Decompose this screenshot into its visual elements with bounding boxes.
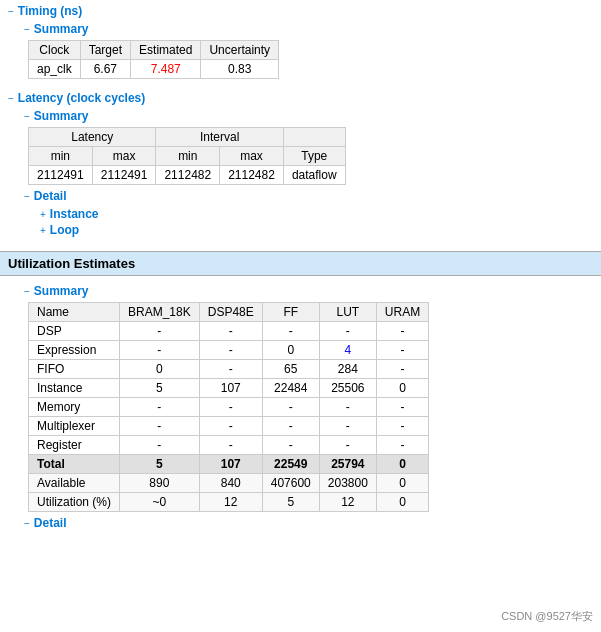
row-ff-pct: 5 xyxy=(262,493,319,512)
row-bram-total: 5 xyxy=(120,455,200,474)
row-dsp-mux: - xyxy=(199,417,262,436)
utilization-table: Name BRAM_18K DSP48E FF LUT URAM DSP - -… xyxy=(28,302,429,512)
row-dsp-reg: - xyxy=(199,436,262,455)
row-ff-expr: 0 xyxy=(262,341,319,360)
util-row-mux: Multiplexer - - - - - xyxy=(29,417,429,436)
latency-summary-subsection: − Summary Latency Interval min max min m… xyxy=(24,109,593,185)
latency-section: − Latency (clock cycles) − Summary Laten… xyxy=(0,87,601,245)
row-name-total: Total xyxy=(29,455,120,474)
row-name-pct: Utilization (%) xyxy=(29,493,120,512)
timing-col-estimated: Estimated xyxy=(131,41,201,60)
latency-detail-header: − Detail xyxy=(24,189,593,203)
latency-col-int-min: min xyxy=(156,147,220,166)
row-lut-mux: - xyxy=(319,417,376,436)
latency-summary-table: Latency Interval min max min max Type 21… xyxy=(28,127,346,185)
util-summary-collapse-icon[interactable]: − xyxy=(24,286,30,297)
row-lut-expr: 4 xyxy=(319,341,376,360)
latency-col-latency: Latency xyxy=(29,128,156,147)
row-bram-mux: - xyxy=(120,417,200,436)
util-row-memory: Memory - - - - - xyxy=(29,398,429,417)
util-row-register: Register - - - - - xyxy=(29,436,429,455)
util-detail-collapse-icon[interactable]: − xyxy=(24,518,30,529)
latency-instance-item: + Instance xyxy=(40,207,593,221)
row-ff-total: 22549 xyxy=(262,455,319,474)
latency-summary-title: Summary xyxy=(34,109,89,123)
row-uram-reg: - xyxy=(376,436,428,455)
row-dsp-inst: 107 xyxy=(199,379,262,398)
instance-expand-icon[interactable]: + xyxy=(40,209,46,220)
row-dsp-pct: 12 xyxy=(199,493,262,512)
utilization-section-header: Utilization Estimates xyxy=(0,251,601,276)
timing-summary-table: Clock Target Estimated Uncertainty ap_cl… xyxy=(28,40,279,79)
row-uram-avail: 0 xyxy=(376,474,428,493)
timing-row: ap_clk 6.67 7.487 0.83 xyxy=(29,60,279,79)
latency-detail-title: Detail xyxy=(34,189,67,203)
timing-summary-collapse-icon[interactable]: − xyxy=(24,24,30,35)
row-uram-expr: - xyxy=(376,341,428,360)
row-lut-avail: 203800 xyxy=(319,474,376,493)
util-col-bram: BRAM_18K xyxy=(120,303,200,322)
timing-target-val: 6.67 xyxy=(80,60,130,79)
row-uram-dsp: - xyxy=(376,322,428,341)
row-ff-dsp: - xyxy=(262,322,319,341)
timing-clock-val: ap_clk xyxy=(29,60,81,79)
row-bram-reg: - xyxy=(120,436,200,455)
row-dsp-avail: 840 xyxy=(199,474,262,493)
timing-summary-header: − Summary xyxy=(24,22,593,36)
util-summary-subsection: − Summary Name BRAM_18K DSP48E FF LUT UR… xyxy=(24,284,593,512)
timing-collapse-icon[interactable]: − xyxy=(8,6,14,17)
timing-summary-subsection: − Summary Clock Target Estimated Uncerta… xyxy=(24,22,593,79)
latency-summary-collapse-icon[interactable]: − xyxy=(24,111,30,122)
util-detail-header: − Detail xyxy=(24,516,593,530)
latency-data-row: 2112491 2112491 2112482 2112482 dataflow xyxy=(29,166,346,185)
latency-detail-collapse-icon[interactable]: − xyxy=(24,191,30,202)
row-ff-mux: - xyxy=(262,417,319,436)
latency-col-interval: Interval xyxy=(156,128,283,147)
timing-header: − Timing (ns) xyxy=(8,4,593,18)
row-name-mem: Memory xyxy=(29,398,120,417)
util-col-name: Name xyxy=(29,303,120,322)
lat-min-val: 2112491 xyxy=(29,166,93,185)
row-bram-mem: - xyxy=(120,398,200,417)
latency-summary-header: − Summary xyxy=(24,109,593,123)
lat-max-val: 2112491 xyxy=(92,166,156,185)
timing-col-target: Target xyxy=(80,41,130,60)
row-lut-mem: - xyxy=(319,398,376,417)
util-row-available: Available 890 840 407600 203800 0 xyxy=(29,474,429,493)
latency-col-type-header xyxy=(283,128,345,147)
util-col-dsp: DSP48E xyxy=(199,303,262,322)
latency-collapse-icon[interactable]: − xyxy=(8,93,14,104)
row-name-fifo: FIFO xyxy=(29,360,120,379)
util-row-instance: Instance 5 107 22484 25506 0 xyxy=(29,379,429,398)
row-ff-inst: 22484 xyxy=(262,379,319,398)
loop-label[interactable]: Loop xyxy=(50,223,79,237)
row-bram-dsp: - xyxy=(120,322,200,341)
util-row-total: Total 5 107 22549 25794 0 xyxy=(29,455,429,474)
int-min-val: 2112482 xyxy=(156,166,220,185)
row-lut-fifo: 284 xyxy=(319,360,376,379)
row-name-mux: Multiplexer xyxy=(29,417,120,436)
timing-summary-title: Summary xyxy=(34,22,89,36)
row-lut-inst: 25506 xyxy=(319,379,376,398)
timing-title: Timing (ns) xyxy=(18,4,82,18)
row-ff-avail: 407600 xyxy=(262,474,319,493)
instance-label[interactable]: Instance xyxy=(50,207,99,221)
util-row-dsp: DSP - - - - - xyxy=(29,322,429,341)
row-name-reg: Register xyxy=(29,436,120,455)
row-lut-reg: - xyxy=(319,436,376,455)
row-dsp-mem: - xyxy=(199,398,262,417)
timing-uncertainty-val: 0.83 xyxy=(201,60,279,79)
row-bram-avail: 890 xyxy=(120,474,200,493)
utilization-section: − Summary Name BRAM_18K DSP48E FF LUT UR… xyxy=(0,276,601,538)
util-summary-header: − Summary xyxy=(24,284,593,298)
loop-expand-icon[interactable]: + xyxy=(40,225,46,236)
util-row-fifo: FIFO 0 - 65 284 - xyxy=(29,360,429,379)
row-lut-dsp: - xyxy=(319,322,376,341)
timing-section: − Timing (ns) − Summary Clock Target Est… xyxy=(0,0,601,87)
util-row-expression: Expression - - 0 4 - xyxy=(29,341,429,360)
row-lut-total: 25794 xyxy=(319,455,376,474)
util-col-uram: URAM xyxy=(376,303,428,322)
row-bram-expr: - xyxy=(120,341,200,360)
row-dsp-fifo: - xyxy=(199,360,262,379)
row-uram-mux: - xyxy=(376,417,428,436)
